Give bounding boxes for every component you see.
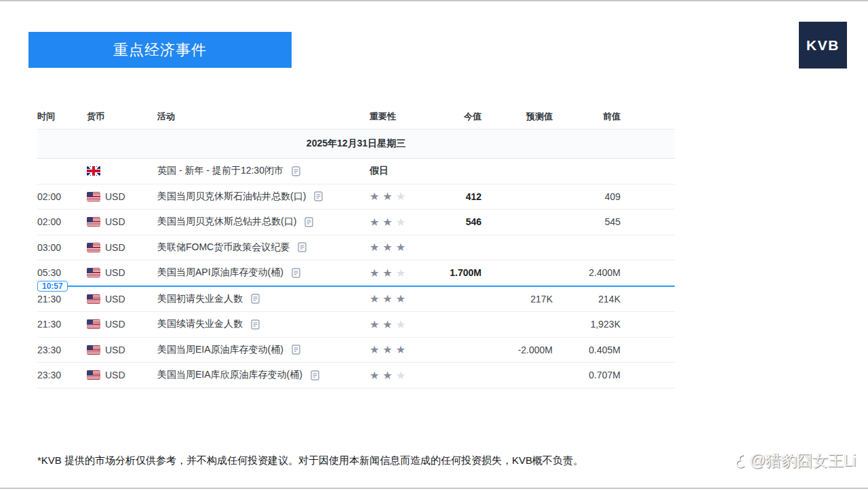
us-flag-icon: [87, 268, 100, 277]
report-document-icon[interactable]: [304, 217, 313, 227]
importance-star: ★: [382, 241, 395, 253]
currency-code: USD: [105, 319, 125, 330]
importance-star: ★: [396, 216, 409, 228]
event-importance: ★★★: [370, 318, 424, 331]
event-currency: USD: [87, 191, 157, 202]
currency-code: USD: [105, 294, 125, 305]
importance-star: ★: [370, 267, 382, 279]
event-activity-label: 美国当周贝克休斯石油钻井总数(口): [157, 191, 306, 203]
event-activity-label: 美国当周EIA原油库存变动(桶): [157, 344, 283, 356]
report-document-icon[interactable]: [292, 268, 300, 278]
page-title: 重点经济事件: [113, 40, 207, 60]
importance-star: ★: [370, 319, 382, 330]
event-time: 03:00: [37, 242, 87, 253]
disclaimer-text: *KVB 提供的市场分析仅供参考，并不构成任何投资建议。对于因使用本新闻信息而造…: [37, 454, 702, 467]
page-title-button[interactable]: 重点经济事件: [28, 32, 292, 68]
event-currency: USD: [87, 242, 157, 253]
table-row[interactable]: 23:30 USD 美国当周EIA原油库存变动(桶) ★★★ -2.000M 0…: [37, 338, 675, 364]
event-actual-value: 412: [424, 191, 481, 202]
event-time: 23:30: [37, 370, 87, 380]
gb-flag-icon: [87, 166, 100, 176]
importance-star: ★: [382, 216, 395, 228]
us-flag-icon: [87, 345, 100, 355]
event-activity-label: 英国 - 新年 - 提前于12:30闭市: [157, 165, 283, 177]
event-actual-value: 546: [424, 216, 481, 227]
col-header-time: 时间: [37, 111, 87, 123]
table-row[interactable]: 21:30 USD 美国初请失业金人数 ★★★ 217K 214K: [37, 287, 675, 313]
event-activity-label: 美联储FOMC货币政策会议纪要: [157, 241, 290, 254]
us-flag-icon: [87, 319, 100, 329]
event-activity: 美国当周EIA库欣原油库存变动(桶): [157, 369, 370, 381]
report-document-icon[interactable]: [251, 319, 260, 330]
event-previous-value: 409: [553, 191, 620, 202]
watermark-weibo-icon: [734, 453, 747, 469]
importance-star: ★: [396, 241, 409, 253]
event-previous-value: 545: [553, 216, 620, 227]
event-activity-label: 美国续请失业金人数: [157, 318, 243, 330]
col-header-currency: 货币: [87, 111, 157, 123]
event-time: 21:30: [37, 294, 87, 305]
col-header-forecast: 预测值: [481, 111, 553, 123]
importance-star: ★: [396, 191, 409, 202]
table-row[interactable]: 03:00 USD 美联储FOMC货币政策会议纪要 ★★★: [37, 235, 675, 261]
event-activity-label: 美国当周EIA库欣原油库存变动(桶): [157, 369, 302, 381]
importance-star: ★: [370, 344, 382, 355]
currency-code: USD: [105, 242, 125, 253]
col-header-previous: 前值: [553, 111, 620, 123]
watermark: @猎豹囧女王Li: [734, 450, 856, 471]
event-importance: ★★★: [370, 267, 424, 279]
economic-calendar-table: 时间 货币 活动 重要性 今值 预测值 前值 2025年12月31日星期三 英国…: [37, 104, 675, 389]
event-activity-label: 美国当周贝克休斯总钻井总数(口): [157, 216, 296, 228]
event-importance: ★★★: [370, 292, 424, 305]
table-row[interactable]: 02:00 USD 美国当周贝克休斯石油钻井总数(口) ★★★ 412 409: [37, 184, 675, 210]
event-currency: USD: [87, 370, 157, 380]
col-header-actual: 今值: [424, 111, 481, 123]
event-activity-label: 美国当周API原油库存变动(桶): [157, 267, 283, 279]
importance-star: ★: [396, 344, 409, 355]
report-document-icon[interactable]: [251, 294, 260, 304]
table-row[interactable]: 23:30 USD 美国当周EIA库欣原油库存变动(桶) ★★★ 0.707M: [37, 363, 675, 389]
importance-star: ★: [396, 319, 409, 330]
event-forecast-value: 217K: [481, 294, 553, 305]
currency-code: USD: [105, 370, 125, 380]
event-activity: 美国当周贝克休斯总钻井总数(口): [157, 216, 370, 228]
importance-star: ★: [382, 344, 395, 355]
report-document-icon[interactable]: [292, 166, 300, 176]
event-currency: USD: [87, 319, 157, 330]
table-header-row: 时间 货币 活动 重要性 今值 预测值 前值: [37, 104, 675, 130]
kvb-logo-text: KVB: [806, 37, 840, 54]
table-row[interactable]: 21:30 USD 美国续请失业金人数 ★★★ 1,923K: [37, 312, 675, 338]
event-previous-value: 0.707M: [553, 370, 620, 380]
event-time: 23:30: [37, 345, 87, 355]
us-flag-icon: [87, 243, 100, 252]
importance-star: ★: [370, 241, 382, 253]
report-document-icon[interactable]: [292, 345, 300, 355]
report-document-icon[interactable]: [314, 191, 323, 201]
current-time-badge: 10:57: [37, 281, 68, 292]
event-activity: 英国 - 新年 - 提前于12:30闭市: [157, 165, 370, 177]
event-previous-value: 2.400M: [553, 267, 620, 278]
event-activity: 美联储FOMC货币政策会议纪要: [157, 241, 370, 254]
table-row[interactable]: 英国 - 新年 - 提前于12:30闭市 假日: [37, 159, 675, 184]
report-document-icon[interactable]: [298, 242, 307, 252]
event-importance: ★★★: [370, 216, 424, 229]
table-row[interactable]: 05:30 USD 美国当周API原油库存变动(桶) ★★★ 1.700M 2.…: [37, 260, 675, 287]
importance-star: ★: [370, 370, 382, 381]
importance-star: ★: [396, 267, 409, 279]
event-importance: ★★★: [370, 241, 424, 254]
event-currency: USD: [87, 294, 157, 305]
event-time: 21:30: [37, 319, 87, 330]
currency-code: USD: [105, 267, 125, 278]
importance-star: ★: [396, 370, 409, 381]
event-actual-value: 1.700M: [424, 267, 481, 278]
importance-star: ★: [382, 319, 395, 330]
report-document-icon[interactable]: [311, 370, 319, 380]
watermark-text: @猎豹囧女王Li: [750, 450, 856, 471]
event-previous-value: 214K: [553, 294, 620, 305]
importance-star: ★: [396, 293, 409, 305]
kvb-logo: KVB: [799, 22, 847, 68]
date-header-label: 2025年12月31日星期三: [307, 138, 406, 150]
table-row[interactable]: 02:00 USD 美国当周贝克休斯总钻井总数(口) ★★★ 546 545: [37, 210, 675, 235]
importance-star: ★: [382, 370, 395, 381]
event-importance: ★★★: [370, 369, 424, 382]
